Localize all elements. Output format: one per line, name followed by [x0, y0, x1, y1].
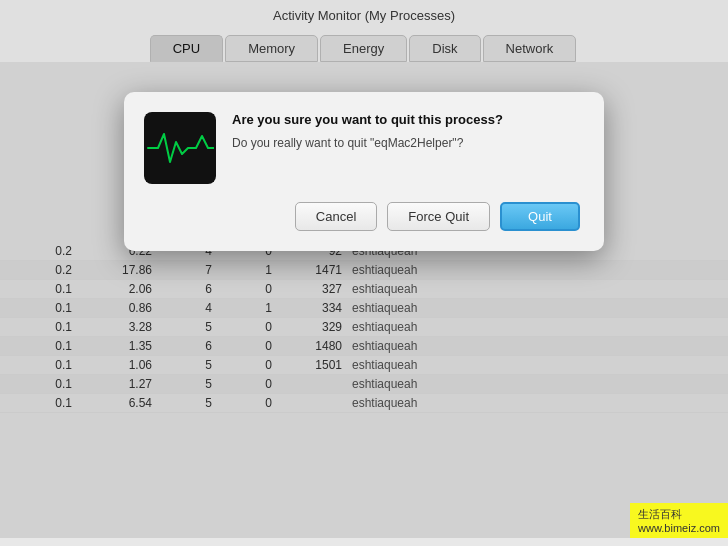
- tab-energy[interactable]: Energy: [320, 35, 407, 62]
- tab-memory[interactable]: Memory: [225, 35, 318, 62]
- force-quit-button[interactable]: Force Quit: [387, 202, 490, 231]
- content-area: 0.2 6.22 4 0 92 eshtiaqueah 0.2 17.86 7 …: [0, 62, 728, 538]
- dialog-text-area: Are you sure you want to quit this proce…: [232, 112, 580, 152]
- watermark-line1: 生活百科: [638, 507, 720, 522]
- dialog-subtitle: Do you really want to quit "eqMac2Helper…: [232, 135, 580, 152]
- tab-bar: CPU Memory Energy Disk Network: [0, 29, 728, 62]
- app-icon: [144, 112, 216, 184]
- title-bar: Activity Monitor (My Processes): [0, 0, 728, 29]
- dialog-title: Are you sure you want to quit this proce…: [232, 112, 580, 129]
- activity-monitor-icon: [146, 114, 214, 182]
- watermark: 生活百科 www.bimeiz.com: [630, 503, 728, 538]
- tab-disk[interactable]: Disk: [409, 35, 480, 62]
- quit-dialog: Are you sure you want to quit this proce…: [124, 92, 604, 251]
- cancel-button[interactable]: Cancel: [295, 202, 377, 231]
- quit-button[interactable]: Quit: [500, 202, 580, 231]
- dialog-body: Are you sure you want to quit this proce…: [144, 112, 580, 184]
- tab-cpu[interactable]: CPU: [150, 35, 223, 62]
- tab-network[interactable]: Network: [483, 35, 577, 62]
- watermark-line2: www.bimeiz.com: [638, 522, 720, 534]
- window-title: Activity Monitor (My Processes): [273, 8, 455, 23]
- dialog-buttons: Cancel Force Quit Quit: [144, 202, 580, 231]
- dialog-overlay: Are you sure you want to quit this proce…: [0, 62, 728, 538]
